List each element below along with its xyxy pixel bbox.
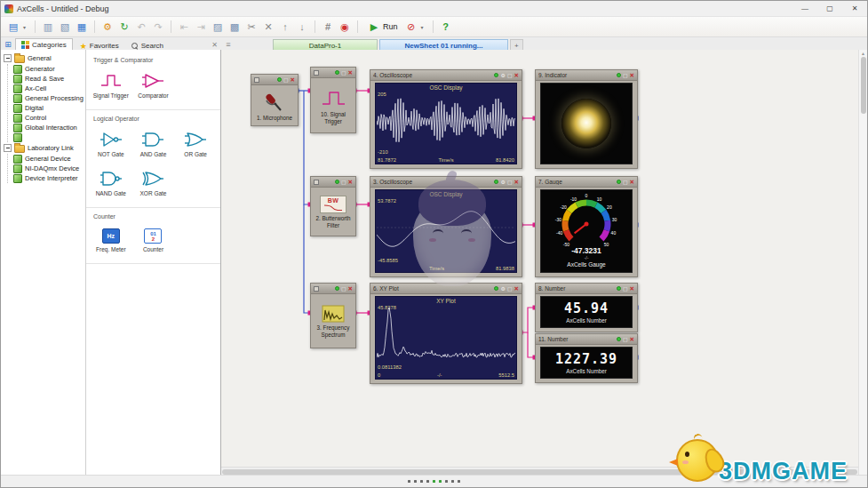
- close-icon[interactable]: ✕: [630, 285, 634, 292]
- copy-button[interactable]: ▩: [227, 20, 242, 34]
- restore-icon[interactable]: ▢: [341, 179, 346, 185]
- palette-item-and-gate[interactable]: AND Gate: [132, 131, 175, 157]
- close-icon[interactable]: ✕: [630, 72, 634, 79]
- tree-item-general-device[interactable]: General Device: [8, 154, 85, 164]
- close-icon[interactable]: ✕: [514, 72, 519, 79]
- block-header[interactable]: ▢ ✕: [311, 177, 355, 188]
- collapse-icon[interactable]: [4, 144, 12, 152]
- block-header[interactable]: ▢ ✕: [311, 284, 355, 294]
- tree-item-read-save[interactable]: Read & Save: [8, 74, 85, 84]
- close-icon[interactable]: ✕: [291, 76, 295, 84]
- minimize-icon[interactable]: [314, 70, 319, 76]
- stop-caret-icon[interactable]: ▾: [421, 24, 427, 30]
- restore-icon[interactable]: ▢: [623, 285, 628, 292]
- move-down-button[interactable]: ↓: [295, 20, 309, 34]
- restore-icon[interactable]: ▢: [507, 285, 513, 292]
- block-header[interactable]: 3. Oscilloscope ⚙ ▢ ✕: [370, 177, 522, 188]
- restore-icon[interactable]: ▢: [623, 179, 628, 185]
- gear-icon[interactable]: ⚙: [500, 285, 505, 292]
- stop-button[interactable]: ⊘: [404, 20, 418, 34]
- tree-group-laboratory-link[interactable]: Laboratory Link: [1, 142, 85, 154]
- panel-close-icon[interactable]: ✕: [211, 41, 218, 49]
- block-microphone[interactable]: ▢ ✕ 1. Microphone: [251, 74, 299, 126]
- palette-item-nand-gate[interactable]: NAND Gate: [90, 170, 132, 196]
- tree-group-general[interactable]: General: [1, 52, 85, 64]
- palette-item-counter[interactable]: 012 Counter: [132, 228, 175, 252]
- collapse-icon[interactable]: [4, 54, 12, 62]
- minimize-icon[interactable]: [254, 77, 259, 83]
- block-header[interactable]: ▢ ✕: [251, 75, 298, 85]
- maximize-button[interactable]: ▢: [817, 1, 842, 16]
- block-number-8[interactable]: 8. Number ▢ ✕ 45.94 AxCells Number: [535, 283, 638, 332]
- block-gauge-7[interactable]: 7. Gauge ▢ ✕ -50-40-30-20-1001020304050 …: [535, 176, 638, 277]
- block-header[interactable]: 6. XY Plot ⚙ ▢ ✕: [370, 284, 522, 294]
- restore-icon[interactable]: ▢: [341, 285, 346, 292]
- nav-forward-button[interactable]: ⇥: [194, 20, 208, 34]
- run-button[interactable]: ▶ Run: [363, 20, 402, 34]
- tree-item-digital[interactable]: Digital: [8, 103, 85, 113]
- page-dot[interactable]: [439, 480, 442, 483]
- page-dot[interactable]: [420, 480, 423, 483]
- grid-button[interactable]: #: [321, 20, 335, 34]
- page-dots[interactable]: [408, 480, 460, 483]
- close-icon[interactable]: ✕: [630, 336, 634, 343]
- tree-item-display-plot[interactable]: [8, 132, 85, 142]
- page-dot[interactable]: [414, 480, 417, 483]
- block-indicator-9[interactable]: 9. Indicator ▢ ✕: [535, 69, 638, 169]
- minimize-button[interactable]: —: [792, 1, 817, 16]
- page-dot[interactable]: [458, 480, 460, 483]
- close-icon[interactable]: ✕: [348, 285, 353, 292]
- restore-icon[interactable]: ▢: [623, 336, 628, 342]
- block-xy-plot[interactable]: 6. XY Plot ⚙ ▢ ✕ XY Plot 45.8378 0.08113…: [370, 283, 522, 384]
- palette-item-or-gate[interactable]: OR Gate: [174, 131, 217, 157]
- gear-icon[interactable]: ⚙: [500, 72, 505, 78]
- close-icon[interactable]: ✕: [348, 179, 353, 186]
- breakpoint-button[interactable]: ◉: [338, 20, 352, 34]
- block-header[interactable]: 9. Indicator ▢ ✕: [536, 70, 637, 81]
- block-header[interactable]: 4. Oscilloscope ⚙ ▢ ✕: [370, 70, 522, 81]
- page-dot[interactable]: [408, 480, 410, 483]
- block-header[interactable]: 11. Number ▢ ✕: [536, 334, 637, 345]
- redo-button[interactable]: ↷: [151, 20, 165, 34]
- help-button[interactable]: ?: [439, 20, 453, 34]
- open-file-button[interactable]: ▥: [41, 20, 55, 34]
- palette-item-comparator[interactable]: Comparator: [132, 72, 175, 99]
- restore-icon[interactable]: ▢: [623, 72, 628, 78]
- restore-icon[interactable]: ▢: [283, 76, 289, 83]
- vertical-scrollbar[interactable]: ▲: [858, 50, 867, 476]
- scrollbar-thumb[interactable]: [861, 57, 866, 114]
- paste-button[interactable]: ▨: [211, 20, 225, 34]
- page-dot[interactable]: [451, 480, 454, 483]
- tree-item-generator[interactable]: Generator: [8, 64, 85, 74]
- tree-item-ax-cell[interactable]: Ax-Cell: [8, 84, 85, 93]
- block-header[interactable]: 7. Gauge ▢ ✕: [536, 177, 637, 188]
- close-icon[interactable]: ✕: [348, 69, 353, 76]
- block-frequency-spectrum[interactable]: ▢ ✕ 3. Frequency Spectrum: [310, 283, 356, 348]
- settings-button[interactable]: ⚙: [100, 20, 115, 34]
- scroll-up-icon[interactable]: ▲: [861, 51, 865, 56]
- block-oscilloscope-4[interactable]: 4. Oscilloscope ⚙ ▢ ✕ OSC Display 205 -2…: [370, 69, 522, 169]
- restore-icon[interactable]: ▢: [507, 179, 513, 185]
- minimize-icon[interactable]: [314, 180, 319, 185]
- palette-item-freq-meter[interactable]: Hz Freq. Meter: [90, 228, 132, 252]
- block-butterworth-filter[interactable]: ▢ ✕ BW 2. Butterworth Filter: [310, 176, 356, 236]
- tree-item-general-processing[interactable]: General Processing: [8, 93, 85, 103]
- tree-item-ni-daqmx-device[interactable]: NI-DAQmx Device: [8, 164, 85, 173]
- palette-item-not-gate[interactable]: NOT Gate: [90, 131, 132, 157]
- page-dot[interactable]: [445, 480, 448, 483]
- sheet-canvas[interactable]: ▢ ✕ 1. Microphone: [221, 50, 858, 476]
- block-signal-trigger[interactable]: ▢ ✕ 10. Signal Trigger: [310, 67, 356, 133]
- minimize-icon[interactable]: [314, 286, 319, 292]
- move-up-button[interactable]: ↑: [278, 20, 292, 34]
- palette-item-signal-trigger[interactable]: Signal Trigger: [90, 72, 132, 99]
- new-file-button[interactable]: ▤: [6, 20, 20, 34]
- refresh-button[interactable]: ↻: [117, 20, 131, 34]
- close-icon[interactable]: ✕: [630, 179, 634, 186]
- block-header[interactable]: 8. Number ▢ ✕: [536, 284, 637, 294]
- delete-button[interactable]: ✕: [261, 20, 275, 34]
- cut-button[interactable]: ✂: [244, 20, 259, 34]
- import-button[interactable]: ▧: [58, 20, 72, 34]
- tree-item-device-interpreter[interactable]: Device Interpreter: [8, 173, 85, 183]
- page-dot[interactable]: [426, 480, 429, 483]
- gear-icon[interactable]: ⚙: [500, 179, 505, 185]
